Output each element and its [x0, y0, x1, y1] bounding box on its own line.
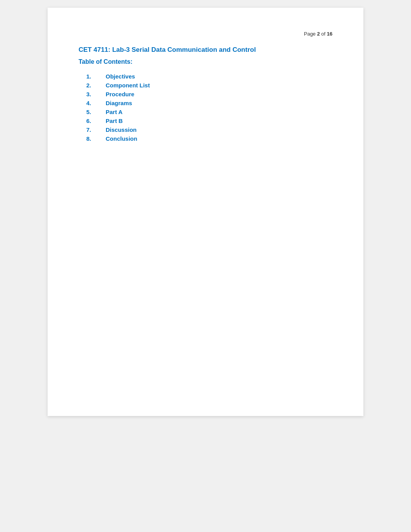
list-item[interactable]: 8.Conclusion [86, 135, 332, 142]
toc-item-label: Objectives [106, 73, 135, 80]
toc-number: 4. [86, 100, 106, 106]
list-item[interactable]: 6.Part B [86, 118, 332, 124]
toc-number: 8. [86, 135, 106, 142]
toc-number: 3. [86, 91, 106, 97]
page-total: 16 [327, 31, 332, 37]
toc-item-label: Part B [106, 118, 123, 124]
toc-item-label: Procedure [106, 91, 134, 97]
list-item[interactable]: 2.Component List [86, 82, 332, 89]
page-number: Page 2 of 16 [304, 31, 332, 37]
toc-item-label: Conclusion [106, 135, 137, 142]
list-item[interactable]: 5.Part A [86, 109, 332, 115]
toc-item-label: Discussion [106, 126, 137, 133]
toc-number: 2. [86, 82, 106, 89]
table-of-contents: 1.Objectives2.Component List3.Procedure4… [86, 73, 332, 142]
toc-number: 7. [86, 126, 106, 133]
toc-number: 5. [86, 109, 106, 115]
toc-item-label: Diagrams [106, 100, 132, 106]
page-current: 2 [317, 31, 320, 37]
list-item[interactable]: 7.Discussion [86, 126, 332, 133]
list-item[interactable]: 3.Procedure [86, 91, 332, 97]
document-page: Page 2 of 16 CET 4711: Lab-3 Serial Data… [48, 8, 363, 416]
toc-item-label: Component List [106, 82, 150, 89]
toc-title: Table of Contents: [79, 58, 332, 65]
toc-number: 6. [86, 118, 106, 124]
page-header: Page 2 of 16 [79, 31, 332, 37]
toc-item-label: Part A [106, 109, 123, 115]
toc-number: 1. [86, 73, 106, 80]
document-title: CET 4711: Lab-3 Serial Data Communicatio… [79, 46, 332, 54]
list-item[interactable]: 1.Objectives [86, 73, 332, 80]
list-item[interactable]: 4.Diagrams [86, 100, 332, 106]
